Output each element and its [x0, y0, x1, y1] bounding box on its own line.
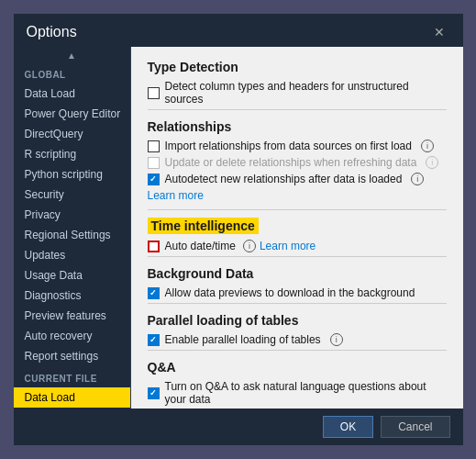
type-detection-label: Detect column types and headers for unst… [165, 80, 447, 106]
sidebar: ▲ GLOBAL Data Load Power Query Editor Di… [14, 47, 131, 409]
sidebar-item-python-scripting[interactable]: Python scripting [14, 164, 130, 185]
parallel-loading-title: Parallel loading of tables [148, 313, 447, 328]
scroll-up-btn[interactable]: ▲ [14, 49, 130, 62]
info-icon-time[interactable]: i [243, 240, 256, 252]
type-detection-checkbox-wrap[interactable]: Detect column types and headers for unst… [148, 80, 447, 106]
sidebar-item-privacy[interactable]: Privacy [14, 205, 130, 225]
parallel-loading-checkbox[interactable] [148, 334, 160, 346]
relationships-label-3: Autodetect new relationships after data … [165, 173, 403, 185]
divider-2 [148, 209, 447, 210]
divider-4 [148, 303, 447, 304]
relationships-title: Relationships [148, 119, 447, 134]
current-file-section-label: CURRENT FILE [14, 366, 130, 387]
qa-label: Turn on Q&A to ask natural language ques… [165, 380, 447, 406]
sidebar-item-regional-settings[interactable]: Regional Settings [14, 225, 130, 245]
sidebar-item-preview-features[interactable]: Preview features [14, 306, 130, 326]
divider-5 [148, 350, 447, 351]
time-intelligence-label: Auto date/time [165, 240, 236, 252]
background-data-label: Allow data previews to download in the b… [165, 286, 415, 299]
chevron-up-icon: ▲ [67, 50, 76, 61]
relationships-checkbox-1[interactable] [148, 140, 160, 152]
sidebar-item-data-load[interactable]: Data Load [14, 84, 130, 104]
close-button[interactable]: ✕ [428, 23, 450, 41]
relationships-checkbox-3[interactable] [148, 174, 160, 185]
options-dialog: Options ✕ ▲ GLOBAL Data Load Power Query… [14, 14, 463, 445]
divider-3 [148, 256, 447, 257]
dialog-body: ▲ GLOBAL Data Load Power Query Editor Di… [14, 47, 463, 409]
qa-title: Q&A [148, 360, 447, 375]
relationships-item-3: Autodetect new relationships after data … [148, 173, 447, 185]
time-intelligence-learn-more[interactable]: Learn more [260, 240, 315, 252]
relationships-checkbox-wrap-2: Update or delete relationships when refr… [148, 156, 439, 169]
type-detection-checkbox[interactable] [148, 87, 160, 99]
type-detection-item: Detect column types and headers for unst… [148, 80, 447, 106]
parallel-loading-checkbox-wrap[interactable]: Enable parallel loading of tables i [148, 333, 343, 346]
sidebar-item-auto-recovery-global[interactable]: Auto recovery [14, 326, 130, 346]
sidebar-item-r-scripting[interactable]: R scripting [14, 144, 130, 164]
relationships-checkbox-2 [148, 157, 160, 169]
sidebar-item-power-query-editor[interactable]: Power Query Editor [14, 104, 130, 124]
cancel-button[interactable]: Cancel [381, 416, 449, 438]
info-icon-2: i [426, 156, 438, 169]
divider-1 [148, 109, 447, 110]
ok-button[interactable]: OK [323, 416, 373, 438]
time-intelligence-item: Auto date/time i Learn more [148, 240, 447, 252]
relationships-label-2: Update or delete relationships when refr… [165, 156, 417, 169]
global-section-label: GLOBAL [14, 62, 130, 84]
sidebar-item-updates[interactable]: Updates [14, 245, 130, 265]
type-detection-title: Type Detection [148, 60, 447, 74]
sidebar-item-data-load-current[interactable]: Data Load [14, 387, 130, 408]
info-icon-3[interactable]: i [411, 173, 424, 185]
info-icon-1[interactable]: i [421, 140, 434, 152]
qa-checkbox[interactable] [148, 387, 160, 399]
qa-checkbox-wrap[interactable]: Turn on Q&A to ask natural language ques… [148, 380, 447, 406]
relationships-checkbox-wrap-1[interactable]: Import relationships from data sources o… [148, 140, 434, 152]
background-data-checkbox-wrap[interactable]: Allow data previews to download in the b… [148, 286, 415, 299]
sidebar-item-security[interactable]: Security [14, 185, 130, 205]
parallel-loading-label: Enable parallel loading of tables [165, 333, 321, 346]
parallel-loading-item: Enable parallel loading of tables i [148, 333, 447, 346]
relationships-checkbox-wrap-3[interactable]: Autodetect new relationships after data … [148, 173, 425, 185]
dialog-title: Options [27, 24, 77, 40]
sidebar-item-report-settings[interactable]: Report settings [14, 346, 130, 366]
sidebar-item-diagnostics[interactable]: Diagnostics [14, 285, 130, 306]
background-data-item: Allow data previews to download in the b… [148, 286, 447, 299]
time-intelligence-title: Time intelligence [151, 218, 255, 233]
relationships-learn-more[interactable]: Learn more [148, 189, 204, 202]
dialog-header: Options ✕ [14, 14, 463, 47]
time-intelligence-checkbox-wrap[interactable]: Auto date/time [148, 240, 236, 252]
time-intelligence-checkbox[interactable] [148, 241, 160, 252]
relationships-item-1: Import relationships from data sources o… [148, 140, 447, 152]
main-content: Type Detection Detect column types and h… [131, 47, 463, 409]
qa-row: Turn on Q&A to ask natural language ques… [148, 380, 447, 409]
relationships-item-2: Update or delete relationships when refr… [148, 156, 447, 169]
time-intelligence-row: Auto date/time i Learn more [148, 240, 316, 252]
info-icon-parallel[interactable]: i [330, 333, 343, 346]
dialog-footer: OK Cancel [14, 409, 463, 445]
background-data-checkbox[interactable] [148, 287, 160, 299]
background-data-title: Background Data [148, 266, 447, 281]
sidebar-item-usage-data[interactable]: Usage Data [14, 265, 130, 285]
sidebar-item-directquery[interactable]: DirectQuery [14, 124, 130, 144]
relationships-label-1: Import relationships from data sources o… [165, 140, 412, 152]
qa-item: Turn on Q&A to ask natural language ques… [148, 380, 447, 409]
